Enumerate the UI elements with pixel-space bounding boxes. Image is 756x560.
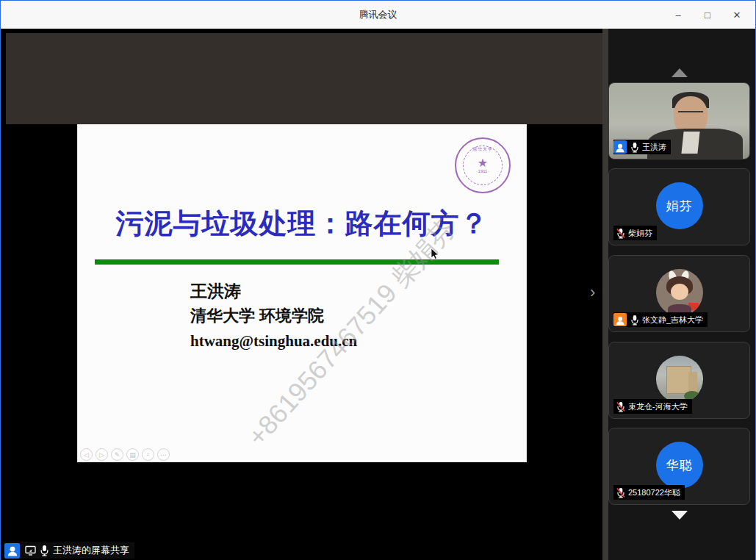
minimize-button[interactable]: – [667, 4, 689, 25]
participant-name-label: 25180722华聪 [613, 485, 685, 500]
participant-name-label: 张文静_吉林大学 [613, 312, 708, 327]
participant-name: 王洪涛 [642, 142, 666, 153]
participant-name-label: 束龙仓-河海大学 [613, 399, 692, 414]
person-icon [613, 141, 627, 154]
more-options-button[interactable]: ⋯ [157, 448, 170, 461]
meeting-content: 清华大学 ★ ·1911· 污泥与垃圾处理：路在何方？ 王洪涛 清华大学 环境学… [1, 29, 755, 560]
seal-year: ·1911· [477, 169, 489, 173]
participant-name: 张文静_吉林大学 [642, 315, 703, 326]
microphone-on-icon [630, 142, 639, 153]
screen-share-icon [25, 545, 36, 556]
participant-tile-zhangwenjing[interactable]: 张文静_吉林大学 [608, 255, 750, 332]
title-bar[interactable]: 腾讯会议 – □ ✕ [1, 1, 755, 29]
window-title: 腾讯会议 [359, 8, 397, 21]
participant-name-label: 王洪涛 [613, 140, 671, 154]
app-window: 腾讯会议 – □ ✕ 清华大学 ★ ·1911· 污泥与垃圾处理：路在何方 [0, 0, 756, 560]
share-label-pill: 王洪涛的屏幕共享 [21, 542, 134, 559]
sidebar-divider[interactable] [602, 29, 608, 560]
screen-share-area: 清华大学 ★ ·1911· 污泥与垃圾处理：路在何方？ 王洪涛 清华大学 环境学… [1, 29, 602, 560]
cohost-badge [613, 313, 627, 326]
scroll-down-arrow-icon[interactable] [672, 511, 688, 520]
presentation-slide: 清华大学 ★ ·1911· 污泥与垃圾处理：路在何方？ 王洪涛 清华大学 环境学… [77, 124, 527, 462]
screen-share-overlay: 王洪涛的屏幕共享 [4, 542, 134, 559]
scroll-up-arrow-icon[interactable] [672, 68, 688, 77]
slide-divider-line [95, 259, 499, 265]
pen-tool-button[interactable]: ✎ [111, 448, 123, 461]
seal-top-text: 清华大学 [472, 146, 493, 153]
participant-name: 25180722华聪 [628, 487, 680, 498]
slide-sorter-button[interactable]: ▤ [126, 448, 139, 461]
presenter-toolbar: ◁ ▷ ✎ ▤ ⌕ ⋯ [80, 448, 170, 461]
sidebar-collapse-chevron-icon[interactable]: › [590, 284, 595, 301]
slide-author-name: 王洪涛 [190, 279, 357, 304]
window-controls: – □ ✕ [667, 1, 748, 29]
slide-title: 污泥与垃圾处理：路在何方？ [77, 205, 527, 243]
avatar [656, 269, 703, 316]
avatar: 华聪 [656, 442, 703, 489]
slide-author-email: htwang@tsinghua.edu.cn [190, 329, 357, 353]
zoom-tool-button[interactable]: ⌕ [142, 448, 154, 461]
participant-name: 束龙仓-河海大学 [628, 401, 688, 412]
microphone-muted-icon [616, 401, 625, 412]
participant-name-label: 柴娟芬 [613, 226, 657, 240]
seal-star-icon: ★ [478, 158, 488, 168]
tsinghua-seal-icon: 清华大学 ★ ·1911· [455, 137, 511, 193]
microphone-muted-icon [616, 487, 625, 498]
maximize-button[interactable]: □ [696, 4, 719, 25]
close-button[interactable]: ✕ [726, 4, 748, 25]
person-icon [613, 314, 627, 326]
slide-author-affiliation: 清华大学 环境学院 [190, 304, 357, 329]
participant-tile-huacong[interactable]: 华聪 25180722华聪 [608, 428, 750, 505]
participant-tile-wanghongtao[interactable]: 王洪涛 [608, 82, 750, 159]
avatar [656, 356, 703, 403]
share-label-text: 王洪涛的屏幕共享 [53, 544, 129, 557]
participants-sidebar: 王洪涛 娟芬 柴娟芬 [608, 29, 755, 560]
microphone-muted-icon [616, 228, 625, 239]
participant-tile-chaijuanfen[interactable]: 娟芬 柴娟芬 [608, 168, 750, 245]
person-icon [5, 544, 20, 557]
microphone-on-icon [630, 315, 639, 326]
slide-author-block: 王洪涛 清华大学 环境学院 htwang@tsinghua.edu.cn [190, 279, 357, 353]
host-badge [613, 140, 627, 154]
participant-name: 柴娟芬 [628, 228, 652, 239]
shared-screen-top-band [6, 33, 602, 124]
next-slide-button[interactable]: ▷ [96, 448, 108, 461]
participant-tile-shilongcang[interactable]: 束龙仓-河海大学 [608, 342, 750, 419]
avatar: 娟芬 [656, 182, 703, 229]
mouse-cursor-icon [431, 248, 440, 260]
presenter-role-badge [4, 543, 20, 559]
microphone-icon [40, 545, 49, 556]
previous-slide-button[interactable]: ◁ [80, 448, 93, 461]
